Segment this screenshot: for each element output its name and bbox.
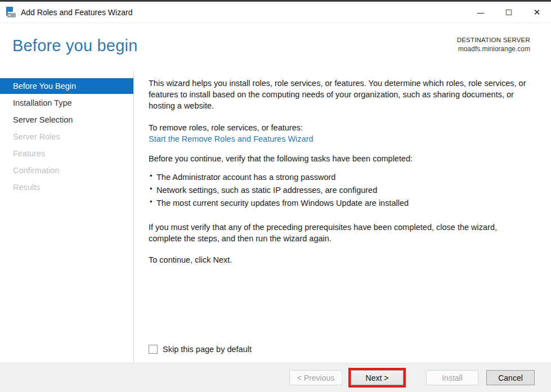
sidebar-item-results: Results (0, 179, 133, 195)
verify-label: Before you continue, verify that the fol… (149, 153, 532, 164)
remove-label: To remove roles, role services, or featu… (149, 122, 532, 133)
wizard-header: Before you begin DESTINATION SERVER moad… (0, 23, 551, 70)
sidebar-item-before-you-begin[interactable]: Before You Begin (0, 78, 133, 94)
maximize-icon[interactable]: ☐ (495, 2, 523, 22)
destination-server-label: DESTINATION SERVER (457, 37, 530, 43)
install-button: Install (426, 370, 478, 385)
list-item: The Administrator account has a strong p… (149, 172, 532, 183)
close-icon[interactable]: ✕ (523, 2, 551, 22)
cancel-button[interactable]: Cancel (486, 370, 535, 385)
list-item: The most current security updates from W… (149, 197, 532, 209)
skip-page-label: Skip this page by default (163, 344, 252, 355)
next-button-highlight: Next > (348, 368, 406, 388)
sidebar-item-confirmation: Confirmation (0, 163, 133, 178)
continue-hint: To continue, click Next. (149, 254, 532, 265)
skip-page-row: Skip this page by default (149, 344, 532, 355)
wizard-window: Add Roles and Features Wizard — ☐ ✕ Befo… (0, 0, 551, 392)
wizard-footer: < Previous Next > Install Cancel (0, 363, 551, 392)
list-item: Network settings, such as static IP addr… (149, 184, 532, 196)
window-title: Add Roles and Features Wizard (21, 8, 132, 17)
destination-server-block: DESTINATION SERVER moadfs.miniorange.com (457, 37, 530, 53)
wizard-content: This wizard helps you install roles, rol… (134, 70, 551, 363)
wizard-steps-sidebar: Before You Begin Installation Type Serve… (0, 70, 133, 363)
sidebar-item-features: Features (0, 146, 133, 161)
titlebar: Add Roles and Features Wizard — ☐ ✕ (0, 2, 551, 23)
wizard-body: Before You Begin Installation Type Serve… (0, 70, 551, 363)
remove-roles-link[interactable]: Start the Remove Roles and Features Wiza… (149, 133, 532, 145)
sidebar-item-installation-type[interactable]: Installation Type (0, 95, 133, 111)
note-paragraph: If you must verify that any of the prece… (149, 222, 532, 244)
intro-paragraph: This wizard helps you install roles, rol… (149, 78, 532, 111)
window-controls: — ☐ ✕ (467, 2, 551, 22)
prerequisite-list: The Administrator account has a strong p… (149, 172, 532, 210)
sidebar-item-server-selection[interactable]: Server Selection (0, 112, 133, 128)
page-title: Before you begin (12, 37, 137, 55)
next-button[interactable]: Next > (351, 370, 404, 385)
minimize-icon[interactable]: — (467, 2, 495, 22)
server-manager-icon (5, 6, 17, 19)
skip-page-checkbox[interactable] (149, 345, 158, 354)
destination-server-name: moadfs.miniorange.com (457, 45, 530, 53)
sidebar-item-server-roles: Server Roles (0, 129, 133, 145)
previous-button: < Previous (289, 370, 342, 385)
